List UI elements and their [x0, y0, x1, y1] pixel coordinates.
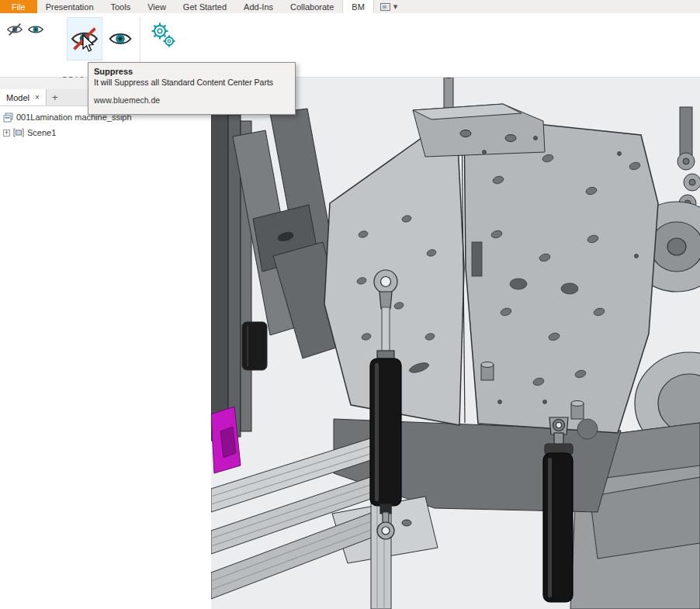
eye-icon [27, 21, 44, 38]
tooltip-title: Suppress [94, 67, 289, 76]
eye-slash-icon [6, 21, 23, 38]
tab-presentation[interactable]: Presentation [37, 0, 102, 13]
appearance-icon [380, 3, 390, 11]
tab-view[interactable]: View [139, 0, 175, 13]
doc-tab-label: Model [6, 93, 29, 102]
suppress-tooltip: Suppress It will Suppress all Standard C… [88, 62, 296, 115]
gear-icon [147, 21, 177, 49]
ribbon-appearance-dropdown[interactable]: ▾ [374, 0, 404, 13]
tab-collaborate[interactable]: Collaborate [282, 0, 342, 13]
cad-model-canvas[interactable] [211, 78, 700, 609]
eye-teal-icon [108, 26, 133, 51]
tree-item-label: Scene1 [27, 128, 56, 137]
doc-tab-model[interactable]: Model × [0, 89, 47, 106]
close-icon[interactable]: × [35, 93, 40, 102]
model-browser-pane: Model × + 001Lamination machine_ssiph + [0, 78, 211, 609]
tab-bm[interactable]: BM [342, 0, 374, 13]
tooltip-url: www.bluemech.de [94, 95, 289, 105]
chevron-down-icon: ▾ [393, 2, 398, 12]
presentation-file-icon [3, 112, 13, 123]
tooltip-description: It will Suppress all Standard Content Ce… [94, 78, 289, 87]
cc-visibility-off-button[interactable] [67, 17, 102, 61]
expander-plus-icon[interactable]: + [3, 130, 10, 137]
tab-add-ins[interactable]: Add-Ins [235, 0, 282, 13]
tab-tools[interactable]: Tools [102, 0, 140, 13]
cc-settings-button[interactable] [146, 17, 178, 53]
tab-get-started[interactable]: Get Started [175, 0, 235, 13]
eye-red-slash-icon [70, 24, 99, 54]
cad-viewport[interactable] [211, 78, 700, 609]
parts-eye-on-button[interactable] [26, 19, 45, 39]
gas-spring-right[interactable] [543, 417, 573, 602]
tree-item-scene[interactable]: + Scene1 [0, 125, 211, 140]
scene-icon [13, 128, 24, 137]
ribbon-tab-bar: File Presentation Tools View Get Started… [0, 0, 700, 13]
new-tab-button[interactable]: + [47, 89, 64, 106]
inventor-window: File Presentation Tools View Get Started… [0, 0, 700, 609]
tab-file[interactable]: File [0, 0, 37, 13]
parts-eye-off-button[interactable] [5, 19, 24, 39]
cc-visibility-on-button[interactable] [106, 17, 135, 61]
